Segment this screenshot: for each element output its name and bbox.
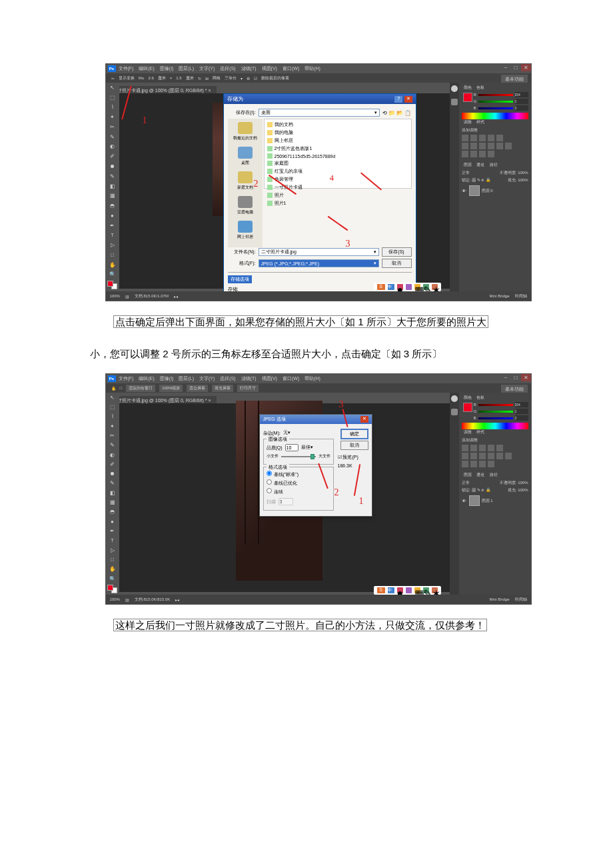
b-slider[interactable]: B — [474, 415, 528, 421]
gradient-tool-icon[interactable]: ▦ — [107, 191, 119, 201]
stamp-tool-icon[interactable]: ⏺ — [107, 161, 119, 171]
history-icon[interactable] — [451, 395, 458, 402]
panel-collapse-strip[interactable] — [450, 393, 459, 604]
g-value[interactable] — [515, 99, 528, 104]
history-icon[interactable] — [451, 85, 458, 92]
brush-tool-icon[interactable]: ✐ — [107, 459, 119, 469]
hand-tool-icon[interactable]: ✋ — [107, 565, 119, 574]
tab-styles[interactable]: 样式 — [474, 119, 486, 126]
opt-delete[interactable]: 删除裁剪的像素 — [261, 75, 289, 81]
layer-row-0[interactable]: 👁 图层 0 — [462, 185, 528, 196]
file-item[interactable]: 2509671115d5d5-26157889d — [266, 153, 410, 159]
place-network[interactable]: 网上邻居 — [229, 221, 261, 240]
quality-input[interactable] — [285, 444, 299, 451]
dialog-close-button[interactable]: ✕ — [404, 96, 412, 103]
crop-tool-icon[interactable]: ✂ — [107, 122, 119, 132]
r-slider[interactable]: R — [474, 91, 528, 98]
minimize-button[interactable]: − — [501, 374, 511, 381]
g-slider[interactable]: G — [474, 408, 528, 415]
zoom-level[interactable]: 100% — [110, 294, 120, 298]
tab-adjust[interactable]: 调整 — [462, 119, 474, 126]
file-item[interactable]: 照片1 — [266, 199, 410, 207]
brush-tool-icon[interactable]: ✐ — [107, 151, 119, 161]
color-picker[interactable] — [107, 281, 117, 289]
dodge-tool-icon[interactable]: ● — [107, 517, 119, 526]
fg-swatch[interactable] — [463, 93, 472, 102]
eraser-tool-icon[interactable]: ◧ — [107, 181, 119, 191]
lasso-tool-icon[interactable]: ⌇ — [107, 412, 119, 421]
print-size-btn[interactable]: 打印尺寸 — [237, 385, 259, 392]
wand-tool-icon[interactable]: ✦ — [107, 421, 119, 431]
save-button[interactable]: 保存(S) — [382, 247, 412, 257]
place-docs[interactable]: 家庭文档 — [229, 171, 261, 191]
tab-layers[interactable]: 图层 — [462, 471, 474, 479]
marquee-tool-icon[interactable]: ⬚ — [107, 402, 119, 411]
ok-button[interactable]: 确定 — [340, 429, 368, 439]
eye-icon[interactable]: 👁 — [462, 499, 467, 503]
type-tool-icon[interactable]: T — [107, 230, 119, 240]
blend-mode[interactable]: 正常 — [462, 480, 470, 486]
fit-window-btn[interactable]: 适应的有窗口 — [126, 385, 155, 392]
crop-tool-icon[interactable]: ✂ — [107, 431, 119, 440]
heal-tool-icon[interactable]: ◐ — [107, 142, 119, 152]
file-item[interactable]: 网上邻居 — [266, 137, 410, 145]
history-brush-tool-icon[interactable]: ✎ — [107, 479, 119, 488]
place-desktop[interactable]: 桌面 — [229, 147, 261, 166]
menu-edit[interactable]: 编辑(E) — [139, 65, 154, 72]
blur-tool-icon[interactable]: ◓ — [107, 507, 119, 517]
baseline-opt-radio[interactable] — [267, 479, 272, 485]
menu-file[interactable]: 文件(F) — [119, 375, 134, 382]
file-item[interactable]: 家庭图 — [266, 159, 410, 167]
gradient-tool-icon[interactable]: ▦ — [107, 497, 119, 507]
menu-view[interactable]: 视图(V) — [262, 65, 277, 72]
panel-collapse-strip[interactable] — [450, 83, 459, 301]
preview-chk[interactable]: 预览(P) — [342, 455, 358, 459]
heal-tool-icon[interactable]: ◐ — [107, 450, 119, 459]
menu-view[interactable]: 视图(V) — [262, 375, 277, 382]
eyedropper-tool-icon[interactable]: ✎ — [107, 441, 119, 450]
minimize-button[interactable]: − — [501, 64, 511, 71]
fill-value[interactable]: 100% — [518, 178, 528, 182]
tab-swatches[interactable]: 色板 — [474, 394, 486, 401]
cancel-button[interactable]: 取消 — [340, 441, 368, 450]
blur-tool-icon[interactable]: ◓ — [107, 201, 119, 211]
menu-filter[interactable]: 滤镜(T) — [241, 65, 257, 72]
file-item[interactable]: 2寸照片蓝色底版1 — [266, 145, 410, 153]
eye-icon[interactable]: 👁 — [462, 189, 467, 193]
menu-window[interactable]: 窗口(W) — [283, 65, 299, 72]
menu-image[interactable]: 图像(I) — [160, 375, 174, 382]
save-in-combo[interactable]: 桌面 ▾ — [259, 109, 380, 117]
move-tool-icon[interactable]: ↖ — [107, 393, 119, 402]
tab-channels[interactable]: 通道 — [474, 471, 486, 479]
layer-row-1[interactable]: 👁 图层 1 — [462, 495, 528, 506]
tab-paths[interactable]: 路径 — [488, 471, 500, 479]
progressive-radio[interactable] — [267, 488, 272, 493]
menu-select[interactable]: 选择(S) — [220, 65, 235, 72]
menu-image[interactable]: 图像(I) — [160, 65, 174, 72]
tab-layers[interactable]: 图层 — [462, 161, 474, 169]
eraser-tool-icon[interactable]: ◧ — [107, 488, 119, 497]
mini-bridge[interactable]: Mini Bridge — [489, 597, 509, 601]
file-item[interactable]: 我的电脑 — [266, 129, 410, 137]
menu-select[interactable]: 选择(S) — [220, 375, 235, 382]
tab-color[interactable]: 颜色 — [462, 84, 474, 91]
quality-combo[interactable]: 最佳▾ — [301, 444, 324, 451]
opt-grid-dd[interactable]: 三等分 — [225, 75, 237, 81]
format-combo[interactable]: JPEG (*.JPG;*.JPEG;*.JPE)▾ — [259, 259, 379, 267]
tab-adjust[interactable]: 调整 — [462, 429, 474, 436]
tab-channels[interactable]: 通道 — [474, 161, 486, 169]
fit-screen-btn[interactable]: 适合屏幕 — [187, 385, 208, 392]
tab-paths[interactable]: 路径 — [488, 161, 500, 169]
filename-input[interactable]: 二寸照片卡通.jpg▾ — [259, 248, 379, 256]
zoom-tool-icon[interactable]: 🔍 — [107, 270, 119, 280]
help-button[interactable]: ? — [394, 96, 402, 103]
zoom-tool-icon[interactable]: 🔍 — [107, 574, 119, 583]
shape-tool-icon[interactable]: □ — [107, 555, 119, 564]
menu-window[interactable]: 窗口(W) — [283, 375, 299, 382]
blend-mode[interactable]: 正常 — [462, 170, 470, 176]
place-computer[interactable]: 室庭电脑 — [229, 196, 261, 215]
fill-screen-btn[interactable]: 填充屏幕 — [212, 385, 233, 392]
menu-type[interactable]: 文字(Y) — [199, 65, 215, 72]
timeline[interactable]: 时间轴 — [515, 293, 527, 299]
lasso-tool-icon[interactable]: ⌇ — [107, 103, 119, 113]
